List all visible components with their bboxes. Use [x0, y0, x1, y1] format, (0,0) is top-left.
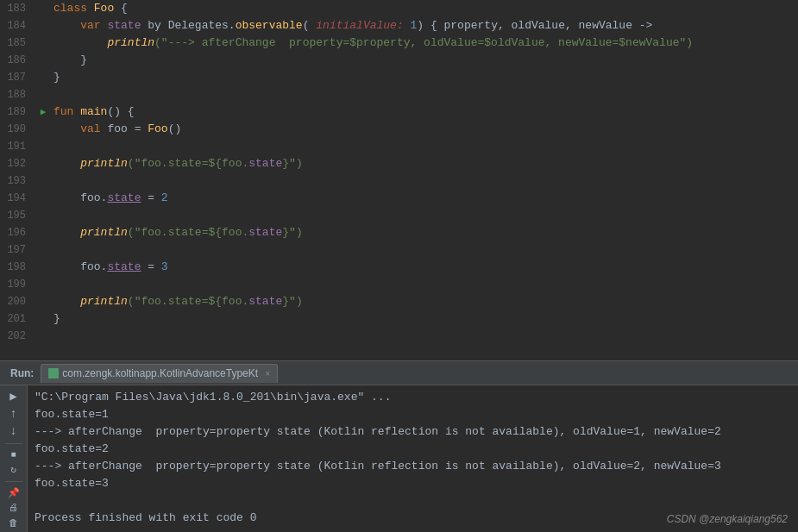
line-number: 184 — [0, 17, 35, 34]
token: Foo — [148, 122, 167, 135]
token: println — [80, 226, 128, 239]
token — [53, 157, 80, 170]
run-tab-name: com.zengk.koltinapp.KotlinAdvanceTypeKt — [62, 367, 258, 379]
token: = — [141, 260, 160, 273]
token: } — [53, 53, 87, 66]
code-line: 191 — [0, 138, 798, 155]
run-content: ▶ ↑ ↓ ■ ↻ 📌 🖨 🗑 "C:\Program Files\Java\j… — [0, 385, 798, 532]
token: state — [248, 295, 282, 308]
run-tab[interactable]: com.zengk.koltinapp.KotlinAdvanceTypeKt … — [41, 364, 278, 383]
code-line: 183class Foo { — [0, 0, 798, 17]
line-number: 190 — [0, 121, 35, 138]
line-number: 187 — [0, 69, 35, 86]
line-content: } — [52, 310, 798, 328]
run-toolbar: ▶ ↑ ↓ ■ ↻ 📌 🖨 🗑 — [0, 385, 28, 532]
line-number: 198 — [0, 259, 35, 276]
output-line: foo.state=2 — [35, 441, 791, 458]
code-line: 198 foo.state = 3 — [0, 259, 798, 276]
code-line: 186 } — [0, 52, 798, 69]
token: state — [107, 260, 141, 273]
run-arrow-icon[interactable]: ▶ — [41, 103, 47, 121]
line-content: } — [52, 52, 798, 69]
scroll-down-button[interactable]: ↓ — [4, 424, 23, 438]
token: state — [248, 157, 282, 170]
stop-button[interactable]: ■ — [4, 449, 23, 461]
token: state — [107, 19, 141, 32]
code-line: 190 val foo = Foo() — [0, 121, 798, 138]
token: ("---> afterChange property=$property, o… — [154, 36, 693, 49]
pin-button[interactable]: 📌 — [4, 486, 23, 498]
token: foo. — [53, 260, 107, 273]
code-line: 193 — [0, 172, 798, 190]
line-content: println("---> afterChange property=$prop… — [52, 34, 798, 52]
line-number: 186 — [0, 52, 35, 69]
line-number: 195 — [0, 207, 35, 224]
line-content: println("foo.state=${foo.state}") — [52, 293, 798, 310]
tab-close-button[interactable]: × — [265, 369, 270, 379]
print-button[interactable]: 🖨 — [4, 502, 23, 514]
token: ("foo.state=${foo. — [128, 157, 248, 170]
run-tab-bar: Run: com.zengk.koltinapp.KotlinAdvanceTy… — [0, 361, 798, 385]
code-line: 194 foo.state = 2 — [0, 190, 798, 207]
line-content: println("foo.state=${foo.state}") — [52, 224, 798, 241]
code-line: 188 — [0, 86, 798, 103]
code-line: 195 — [0, 207, 798, 224]
code-line: 189▶fun main() { — [0, 103, 798, 121]
token: state — [248, 226, 282, 239]
line-gutter: ▶ — [35, 103, 52, 121]
token: foo — [107, 122, 127, 135]
line-content: var state by Delegates.observable( initi… — [52, 17, 798, 34]
line-number: 201 — [0, 310, 35, 328]
line-content: foo.state = 2 — [52, 190, 798, 207]
token — [53, 36, 107, 49]
line-number: 200 — [0, 293, 35, 310]
output-line: ---> afterChange property=property state… — [35, 423, 791, 441]
output-line: foo.state=1 — [35, 406, 791, 423]
scroll-up-button[interactable]: ↑ — [4, 407, 23, 421]
token — [53, 226, 80, 239]
token: fun — [53, 105, 80, 118]
token: println — [80, 295, 128, 308]
token: () { — [107, 105, 134, 118]
token: initialValue: — [316, 19, 410, 32]
token: = — [128, 122, 148, 135]
token: state — [107, 191, 141, 204]
run-panel: Run: com.zengk.koltinapp.KotlinAdvanceTy… — [0, 360, 798, 532]
line-number: 202 — [0, 328, 35, 345]
output-line: foo.state=3 — [35, 475, 791, 492]
output-line — [35, 492, 791, 510]
code-line: 200 println("foo.state=${foo.state}") — [0, 293, 798, 310]
token: ("foo.state=${foo. — [128, 295, 248, 308]
run-button[interactable]: ▶ — [4, 389, 23, 404]
code-line: 192 println("foo.state=${foo.state}") — [0, 155, 798, 172]
watermark: CSDN @zengkaiqiang562 — [667, 513, 788, 525]
rerun-button[interactable]: ↻ — [4, 464, 23, 476]
line-number: 196 — [0, 224, 35, 241]
line-number: 197 — [0, 241, 35, 259]
toolbar-separator-2 — [5, 481, 22, 482]
line-content: class Foo { — [52, 0, 798, 17]
line-number: 192 — [0, 155, 35, 172]
line-number: 194 — [0, 190, 35, 207]
token: class — [53, 2, 94, 15]
clear-button[interactable]: 🗑 — [4, 516, 23, 529]
code-line: 185 println("---> afterChange property=$… — [0, 34, 798, 52]
code-line: 187} — [0, 69, 798, 86]
token: by Delegates. — [141, 19, 235, 32]
line-number: 188 — [0, 86, 35, 103]
run-output[interactable]: "C:\Program Files\Java\jdk1.8.0_201\bin\… — [28, 385, 798, 532]
token: Foo — [94, 2, 114, 15]
token: = — [141, 191, 160, 204]
token: } — [53, 312, 60, 325]
line-number: 185 — [0, 34, 35, 52]
token: } — [53, 71, 60, 84]
token: ("foo.state=${foo. — [128, 226, 248, 239]
token: foo. — [53, 191, 107, 204]
token: }") — [282, 157, 302, 170]
toolbar-separator — [5, 443, 22, 444]
line-number: 191 — [0, 138, 35, 155]
code-line: 196 println("foo.state=${foo.state}") — [0, 224, 798, 241]
token: () — [168, 122, 182, 135]
token: main — [80, 105, 107, 118]
line-content: foo.state = 3 — [52, 259, 798, 276]
